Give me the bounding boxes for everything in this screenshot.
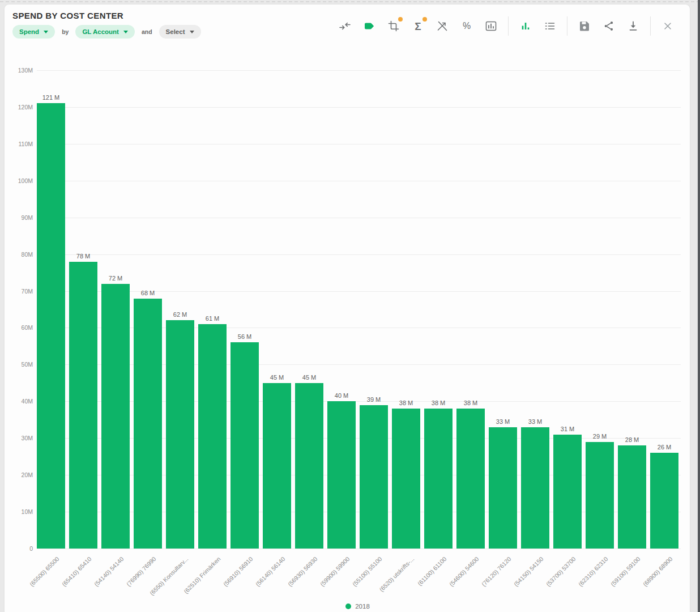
widget-card: SPEND BY COST CENTER Spend by GL Account… — [5, 5, 690, 612]
bar[interactable] — [392, 409, 420, 549]
bar[interactable] — [618, 445, 646, 549]
bar[interactable] — [37, 103, 65, 549]
bar[interactable] — [650, 453, 678, 549]
bar[interactable] — [263, 383, 291, 549]
bar[interactable] — [456, 409, 485, 549]
window-edge — [698, 0, 700, 612]
legend: 2018 — [37, 603, 678, 610]
bar[interactable] — [586, 442, 614, 549]
bar[interactable] — [424, 409, 453, 549]
bar[interactable] — [553, 435, 582, 549]
drop-zone-dashed-line — [0, 1, 700, 2]
bar[interactable] — [231, 342, 259, 549]
legend-label: 2018 — [355, 603, 370, 610]
bar[interactable] — [166, 320, 194, 549]
legend-marker — [345, 604, 351, 609]
bar[interactable] — [134, 299, 162, 549]
bar[interactable] — [198, 324, 227, 549]
bar[interactable] — [295, 383, 323, 549]
bar[interactable] — [360, 405, 388, 549]
bar[interactable] — [489, 427, 517, 549]
bar[interactable] — [521, 427, 549, 549]
bar[interactable] — [327, 401, 356, 549]
bar[interactable] — [69, 262, 97, 549]
bar[interactable] — [101, 284, 130, 549]
bars-layer — [5, 5, 690, 612]
